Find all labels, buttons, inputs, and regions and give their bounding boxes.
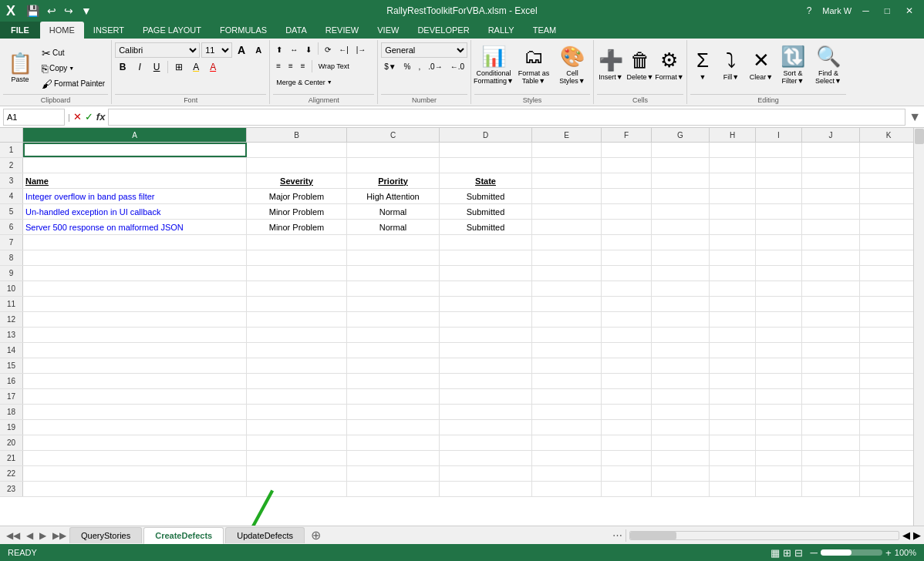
tab-review[interactable]: REVIEW [316, 22, 368, 39]
cell-d-22[interactable] [440, 466, 532, 481]
cell-k-22[interactable] [860, 466, 918, 481]
select-all-button[interactable] [0, 128, 23, 142]
cell-j-11[interactable] [802, 297, 860, 311]
cell-a-12[interactable] [23, 312, 247, 327]
align-middle-button[interactable]: ↔ [287, 42, 301, 57]
underline-button[interactable]: U [149, 59, 164, 75]
cell-j-20[interactable] [802, 435, 860, 450]
comma-button[interactable]: , [416, 59, 424, 74]
cell-j3[interactable] [802, 173, 860, 188]
vertical-scrollbar[interactable] [913, 128, 924, 526]
cut-button[interactable]: ✂Cut [39, 45, 108, 60]
cell-i-18[interactable] [756, 405, 802, 419]
cell-e-13[interactable] [532, 328, 602, 342]
cell-j-13[interactable] [802, 328, 860, 342]
cell-c-18[interactable] [347, 405, 440, 419]
cell-g-19[interactable] [652, 420, 710, 435]
row-number-6[interactable]: 6 [0, 220, 23, 234]
cell-i-14[interactable] [756, 343, 802, 358]
cell-k4[interactable] [860, 189, 918, 203]
cell-b-17[interactable] [247, 389, 347, 404]
col-header-f[interactable]: F [602, 128, 652, 142]
cell-d2[interactable] [440, 158, 532, 173]
customize-button[interactable]: ▼ [78, 4, 95, 18]
cell-b-19[interactable] [247, 420, 347, 435]
cell-h-13[interactable] [710, 328, 756, 342]
cell-j-17[interactable] [802, 389, 860, 404]
font-shrink-button[interactable]: A [251, 42, 266, 58]
cell-h6[interactable] [710, 220, 756, 234]
cell-e-20[interactable] [532, 435, 602, 450]
cell-j-8[interactable] [802, 250, 860, 265]
cell-a5[interactable]: Un-handled exception in UI callback [23, 204, 247, 219]
cell-f-20[interactable] [602, 435, 652, 450]
cell-f-9[interactable] [602, 266, 652, 280]
cell-b4[interactable]: Major Problem [247, 189, 347, 203]
sheet-tab-updatedefects[interactable]: UpdateDefects [225, 527, 305, 543]
cell-h-12[interactable] [710, 312, 756, 327]
cell-g-20[interactable] [652, 435, 710, 450]
cell-a-20[interactable] [23, 435, 247, 450]
cell-f-10[interactable] [602, 281, 652, 296]
cell-k5[interactable] [860, 204, 918, 219]
cell-g2[interactable] [652, 158, 710, 173]
cell-c-10[interactable] [347, 281, 440, 296]
tab-page-layout[interactable]: PAGE LAYOUT [133, 22, 211, 39]
row-number-22[interactable]: 22 [0, 466, 23, 481]
cell-j-7[interactable] [802, 235, 860, 250]
cell-i-15[interactable] [756, 358, 802, 373]
cell-a-18[interactable] [23, 405, 247, 419]
cell-d5[interactable]: Submitted [440, 204, 532, 219]
tab-insert[interactable]: INSERT [84, 22, 133, 39]
cell-i2[interactable] [756, 158, 802, 173]
name-box[interactable] [3, 109, 65, 126]
cell-g1[interactable] [652, 143, 710, 157]
cell-g-17[interactable] [652, 389, 710, 404]
row-number-18[interactable]: 18 [0, 405, 23, 419]
cell-b-11[interactable] [247, 297, 347, 311]
tab-developer[interactable]: DEVELOPER [408, 22, 478, 39]
cell-d-7[interactable] [440, 235, 532, 250]
cell-i-13[interactable] [756, 328, 802, 342]
cell-h-21[interactable] [710, 451, 756, 465]
cell-b6[interactable]: Minor Problem [247, 220, 347, 234]
cell-c-23[interactable] [347, 482, 440, 496]
row-number-8[interactable]: 8 [0, 250, 23, 265]
cell-k-19[interactable] [860, 420, 918, 435]
cell-a-19[interactable] [23, 420, 247, 435]
cell-e-19[interactable] [532, 420, 602, 435]
col-header-i[interactable]: I [756, 128, 802, 142]
sheet-tab-createdefects[interactable]: CreateDefects [143, 527, 224, 544]
cell-k-14[interactable] [860, 343, 918, 358]
cell-b-22[interactable] [247, 466, 347, 481]
percent-button[interactable]: % [401, 59, 414, 74]
cell-h-10[interactable] [710, 281, 756, 296]
cell-g-16[interactable] [652, 374, 710, 388]
cell-a-15[interactable] [23, 358, 247, 373]
format-as-table-button[interactable]: 🗂 Format asTable▼ [514, 42, 553, 89]
cell-c-14[interactable] [347, 343, 440, 358]
find-select-button[interactable]: 🔍 Find &Select▼ [811, 42, 846, 89]
cell-i-21[interactable] [756, 451, 802, 465]
cell-d-14[interactable] [440, 343, 532, 358]
cell-g-7[interactable] [652, 235, 710, 250]
clear-button[interactable]: ✕ Clear▼ [747, 42, 775, 89]
cell-k-12[interactable] [860, 312, 918, 327]
cell-j-15[interactable] [802, 358, 860, 373]
cell-i-20[interactable] [756, 435, 802, 450]
formula-confirm-icon[interactable]: ✓ [85, 111, 93, 123]
cell-c-16[interactable] [347, 374, 440, 388]
font-family-select[interactable]: Calibri [115, 42, 200, 58]
cell-e2[interactable] [532, 158, 602, 173]
cell-d-12[interactable] [440, 312, 532, 327]
row-number-12[interactable]: 12 [0, 312, 23, 327]
cell-f-7[interactable] [602, 235, 652, 250]
row-number-10[interactable]: 10 [0, 281, 23, 296]
font-grow-button[interactable]: A [234, 42, 249, 58]
align-right-button[interactable]: ≡ [298, 59, 309, 73]
cell-g-13[interactable] [652, 328, 710, 342]
cell-a-21[interactable] [23, 451, 247, 465]
row-number-20[interactable]: 20 [0, 435, 23, 450]
col-header-b[interactable]: B [247, 128, 347, 142]
tab-formulas[interactable]: FORMULAS [211, 22, 276, 39]
